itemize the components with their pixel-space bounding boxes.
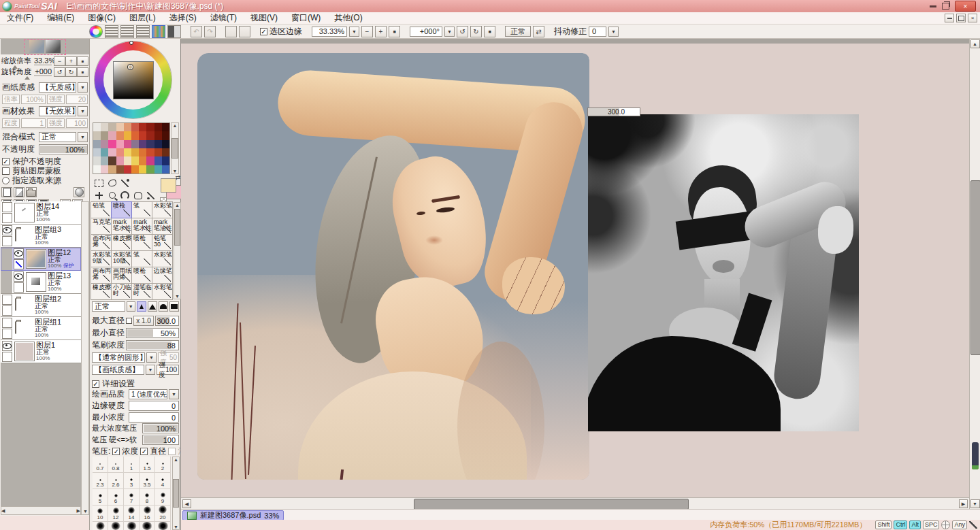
menu-filter[interactable]: 滤镜(T) <box>203 12 244 24</box>
size-preset[interactable]: 7 <box>123 488 140 506</box>
material-effect-select[interactable]: 【无效果】 <box>39 106 76 116</box>
brush-cell[interactable]: 铅笔 <box>91 201 112 218</box>
scroll-down-arrow[interactable]: ▼ <box>83 509 88 514</box>
angle-value-box[interactable]: +000° <box>410 27 442 37</box>
brush-edge-shape-1[interactable] <box>137 301 146 312</box>
menu-file[interactable]: 文件(F) <box>0 12 40 24</box>
color-swatch[interactable] <box>124 123 131 131</box>
size-preset[interactable]: 10 <box>93 505 108 522</box>
close-button[interactable]: × <box>955 1 976 12</box>
color-swatch[interactable] <box>139 123 146 131</box>
layer-thumbnail[interactable] <box>26 272 46 292</box>
visibility-toggle[interactable] <box>2 295 12 305</box>
color-swatch[interactable] <box>101 165 108 173</box>
color-swatch[interactable] <box>116 131 124 139</box>
menu-layer[interactable]: 图层(L) <box>122 12 163 24</box>
layer-row-group3[interactable]: 图层组3 正常 100% <box>1 225 81 248</box>
brush-cell[interactable]: 笔 <box>131 250 152 267</box>
color-swatch[interactable] <box>116 165 124 173</box>
zoom-out-button[interactable]: − <box>361 26 373 37</box>
special-effect-button[interactable] <box>74 187 84 197</box>
scroll-left-arrow[interactable]: ◀ <box>1 508 5 514</box>
color-swatch[interactable] <box>162 131 169 139</box>
scroll-down-button[interactable]: ▼ <box>970 499 980 508</box>
scroll-up-arrow[interactable]: ▲ <box>175 203 180 208</box>
color-swatch[interactable] <box>116 156 124 165</box>
color-swatch[interactable] <box>93 131 101 139</box>
layer-option-box[interactable] <box>2 305 12 316</box>
eyedropper-tool[interactable] <box>144 189 157 201</box>
brush-cell[interactable]: 湿笔临时 <box>131 283 152 300</box>
brush-cell[interactable]: 画用纸丙烯 <box>111 267 132 284</box>
size-preset[interactable]: 1.5 <box>139 457 155 473</box>
nav-zoom-reset-button[interactable]: ■ <box>77 56 88 66</box>
color-swatch[interactable] <box>146 165 154 173</box>
color-picker-marker[interactable] <box>128 65 133 69</box>
material-effect-dropdown[interactable]: ▼ <box>78 106 88 116</box>
undo-button[interactable]: ↶ <box>191 26 202 37</box>
angle-reset-button[interactable]: ■ <box>484 26 495 37</box>
brush-size-popup[interactable]: 300.0 <box>587 107 640 116</box>
color-swatch[interactable] <box>146 156 154 165</box>
advanced-settings-checkbox[interactable]: ✓ <box>92 380 99 388</box>
scroll-down-arrow[interactable]: ▼ <box>175 294 180 299</box>
scratchpad-panel-icon[interactable] <box>167 25 181 38</box>
scrollbar-thumb[interactable] <box>172 138 178 159</box>
clipping-mask-checkbox[interactable] <box>2 167 10 175</box>
size-preset[interactable]: 50 <box>154 521 171 530</box>
color-swatch[interactable] <box>131 140 139 148</box>
color-swatch[interactable] <box>162 123 169 131</box>
color-swatch[interactable] <box>154 131 162 139</box>
color-swatch[interactable] <box>101 156 108 165</box>
min-density-slider[interactable]: 0 <box>129 412 179 423</box>
brush-mode-select[interactable]: 正常 <box>92 301 125 312</box>
color-swatch[interactable] <box>93 140 101 148</box>
color-swatch[interactable] <box>124 148 131 156</box>
layer-group-icon[interactable] <box>15 299 33 310</box>
size-preset[interactable]: 30 <box>108 521 124 530</box>
menu-others[interactable]: 其他(O) <box>327 12 369 24</box>
color-swatch[interactable] <box>131 165 139 173</box>
layer-opacity-slider[interactable]: 100% <box>39 144 88 154</box>
color-swatch[interactable] <box>139 131 146 139</box>
color-swatch[interactable] <box>108 156 116 165</box>
painting-artwork[interactable] <box>197 53 589 480</box>
brush-cell[interactable]: 橡皮擦 <box>91 283 112 300</box>
diameter-multiplier-button[interactable]: x 1.0 <box>133 316 154 326</box>
max-density-pressure-slider[interactable]: 100% <box>142 423 179 433</box>
zoom-dropdown-button[interactable]: ▼ <box>349 27 359 37</box>
brush-edge-shape-4[interactable] <box>169 301 179 312</box>
color-swatch[interactable] <box>131 131 139 139</box>
edge-hardness-slider[interactable]: 0 <box>129 401 179 411</box>
paint-quality-select[interactable]: 1 (速度优先) <box>129 389 167 399</box>
navigator-preview[interactable] <box>1 39 89 54</box>
brush-cell[interactable]: mark笔水性 <box>111 218 132 235</box>
color-swatch[interactable] <box>124 156 131 165</box>
scroll-up-arrow[interactable]: ▲ <box>173 123 178 128</box>
color-swatch[interactable] <box>146 140 154 148</box>
brush-cell[interactable]: 画布丙烯 <box>91 267 112 284</box>
brush-shape-select[interactable]: 【通常的圆形】 <box>92 352 145 363</box>
nav-rotate-reset-button[interactable]: ■ <box>77 67 88 77</box>
layer-option-box[interactable] <box>2 329 12 339</box>
size-preset[interactable]: 35 <box>123 521 140 530</box>
min-diameter-slider[interactable]: 50% <box>126 328 179 338</box>
color-swatch[interactable] <box>124 165 131 173</box>
jitter-value-box[interactable]: 0 <box>589 27 606 37</box>
color-swatch[interactable] <box>154 140 162 148</box>
vertical-scroll-thumb[interactable] <box>970 180 980 355</box>
rotate-cw-button[interactable]: ↻ <box>470 26 482 37</box>
layer-thumbnail[interactable] <box>14 342 35 361</box>
panel-layout-icon-3[interactable] <box>136 25 150 38</box>
color-swatch[interactable] <box>162 140 169 148</box>
color-swatch[interactable] <box>146 148 154 156</box>
brush-texture-select[interactable]: 【画纸质感】 <box>92 365 144 375</box>
color-swatch[interactable] <box>139 156 146 165</box>
pressure-density-checkbox[interactable]: ✓ <box>112 448 120 455</box>
brush-cell[interactable]: 马克笔 <box>91 218 112 235</box>
paper-texture-select[interactable]: 【无质感】 <box>39 82 76 93</box>
brush-cell[interactable]: 铅笔30 <box>152 234 173 251</box>
size-preset[interactable]: 2 <box>154 457 171 473</box>
color-swatch[interactable] <box>131 123 139 131</box>
color-swatch[interactable] <box>139 140 146 148</box>
